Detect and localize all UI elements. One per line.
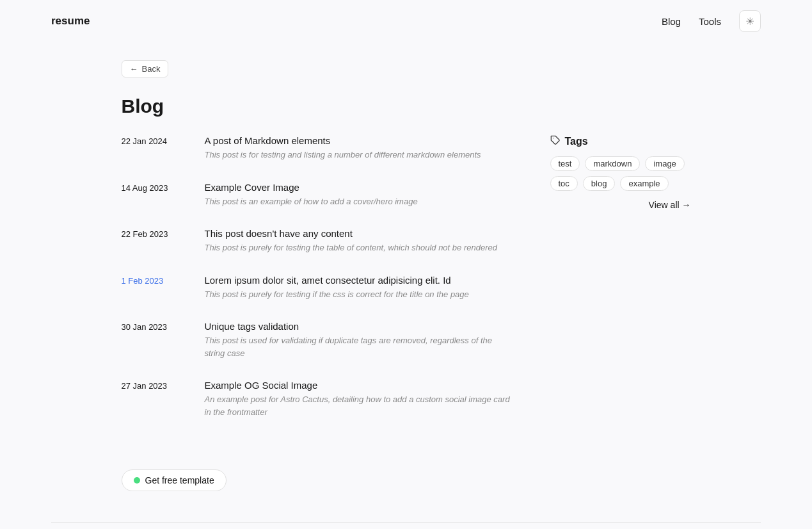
main-nav: Blog Tools ☀ <box>662 10 761 32</box>
post-title[interactable]: Unique tags validation <box>205 321 512 332</box>
template-section: Get free template <box>122 469 691 491</box>
post-item: 27 Jan 2023 Example OG Social Image An e… <box>122 380 512 418</box>
post-description: This post is an example of how to add a … <box>205 195 512 208</box>
post-description: An example post for Astro Cactus, detail… <box>205 393 512 418</box>
post-content: Example Cover Image This post is an exam… <box>205 182 512 208</box>
post-date: 22 Jan 2024 <box>122 135 186 146</box>
post-title[interactable]: Example OG Social Image <box>205 380 512 391</box>
post-item: 1 Feb 2023 Lorem ipsum dolor sit, amet c… <box>122 275 512 301</box>
post-content: This post doesn't have any content This … <box>205 228 512 254</box>
tag-badge[interactable]: blog <box>583 176 616 191</box>
site-logo[interactable]: resume <box>51 15 90 28</box>
tag-badge[interactable]: toc <box>550 176 578 191</box>
post-date: 30 Jan 2023 <box>122 321 186 332</box>
post-date: 14 Aug 2023 <box>122 182 186 193</box>
post-title[interactable]: Example Cover Image <box>205 182 512 193</box>
tag-badge[interactable]: example <box>620 176 668 191</box>
tags-heading: Tags <box>550 135 691 147</box>
post-description: This post is used for validating if dupl… <box>205 334 512 359</box>
post-item: 22 Feb 2023 This post doesn't have any c… <box>122 228 512 254</box>
sun-icon: ☀ <box>745 15 754 28</box>
tag-badge[interactable]: markdown <box>585 156 640 171</box>
content-layout: 22 Jan 2024 A post of Markdown elements … <box>122 135 691 439</box>
post-item: 30 Jan 2023 Unique tags validation This … <box>122 321 512 359</box>
tags-label: Tags <box>565 136 588 147</box>
footer: © 2024 lorem. All rights reserved. <box>51 522 761 529</box>
post-description: This post is purely for testing the tabl… <box>205 241 512 254</box>
post-date: 22 Feb 2023 <box>122 228 186 239</box>
post-item: 22 Jan 2024 A post of Markdown elements … <box>122 135 512 161</box>
nav-blog[interactable]: Blog <box>662 16 681 27</box>
nav-tools[interactable]: Tools <box>699 16 721 27</box>
view-all-tags-button[interactable]: View all → <box>550 200 691 210</box>
tag-badge[interactable]: test <box>550 156 580 171</box>
back-button[interactable]: ← Back <box>122 60 169 77</box>
tag-badge[interactable]: image <box>645 156 684 171</box>
post-content: A post of Markdown elements This post is… <box>205 135 512 161</box>
sidebar: Tags testmarkdownimagetocblogexample Vie… <box>550 135 691 210</box>
get-template-button[interactable]: Get free template <box>122 469 227 491</box>
post-title[interactable]: Lorem ipsum dolor sit, amet consectetur … <box>205 275 512 286</box>
template-button-label: Get free template <box>145 475 214 485</box>
post-item: 14 Aug 2023 Example Cover Image This pos… <box>122 182 512 208</box>
post-content: Lorem ipsum dolor sit, amet consectetur … <box>205 275 512 301</box>
theme-toggle-button[interactable]: ☀ <box>739 10 761 32</box>
tags-grid: testmarkdownimagetocblogexample <box>550 156 691 191</box>
back-arrow-icon: ← <box>130 64 138 74</box>
post-description: This post is for testing and listing a n… <box>205 149 512 161</box>
back-button-label: Back <box>142 64 161 74</box>
page-title: Blog <box>122 95 691 117</box>
green-dot-icon <box>134 477 140 484</box>
posts-list: 22 Jan 2024 A post of Markdown elements … <box>122 135 512 439</box>
post-date: 27 Jan 2023 <box>122 380 186 391</box>
post-description: This post is purely for testing if the c… <box>205 288 512 301</box>
post-title[interactable]: This post doesn't have any content <box>205 228 512 239</box>
post-title[interactable]: A post of Markdown elements <box>205 135 512 146</box>
tag-icon <box>550 135 561 147</box>
post-content: Example OG Social Image An example post … <box>205 380 512 418</box>
post-date[interactable]: 1 Feb 2023 <box>122 275 186 286</box>
main-content: ← Back Blog 22 Jan 2024 A post of Markdo… <box>70 42 742 491</box>
post-content: Unique tags validation This post is used… <box>205 321 512 359</box>
